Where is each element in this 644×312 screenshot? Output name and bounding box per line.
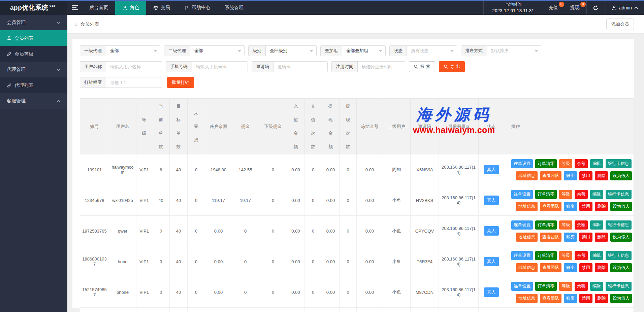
filter-select-value[interactable]: 全部叠加组	[342, 46, 385, 56]
action-green-button[interactable]: 订单清零	[535, 220, 557, 230]
action-teal-button[interactable]: 编辑	[590, 220, 603, 230]
filter-select-value[interactable]: 全部级别	[266, 46, 316, 56]
action-red-button[interactable]: 删除	[595, 233, 608, 242]
action-red-button[interactable]: 余额	[575, 159, 588, 168]
action-blue-button[interactable]: 账变	[564, 171, 577, 180]
action-orange-button[interactable]: 查看团队	[540, 171, 561, 180]
refresh-button[interactable]	[587, 1, 605, 15]
action-orange-button[interactable]: 查看团队	[540, 263, 561, 272]
action-teal-button[interactable]: 银行卡信息	[606, 282, 632, 291]
action-orange-button[interactable]: 地址信息	[516, 202, 538, 211]
filter-input[interactable]	[106, 62, 162, 72]
action-blue-button[interactable]: 连单设置	[511, 282, 533, 291]
action-orange-button[interactable]: 等级	[559, 220, 572, 230]
action-red-button[interactable]: 删除	[595, 202, 608, 211]
nav-item-2[interactable]: 角色	[115, 1, 146, 15]
sidebar-group-label: 客服管理	[7, 98, 26, 104]
nav-item-1[interactable]: 后台首页	[82, 1, 115, 15]
status-badge[interactable]: 真人	[484, 196, 499, 205]
action-red-button[interactable]: 删除	[595, 263, 608, 272]
column-header-withdraw_amount: 提现金额	[322, 99, 340, 154]
batch-inject-button[interactable]: 批量打针	[167, 77, 194, 88]
action-teal-button[interactable]: 银行卡信息	[606, 220, 632, 230]
sidebar-item-3[interactable]: 会员等级	[0, 46, 67, 62]
withdraw-button[interactable]: 提现 0	[565, 1, 586, 15]
action-orange-button[interactable]: 等级	[559, 282, 572, 291]
action-blue-button[interactable]: 连单设置	[511, 251, 533, 260]
action-blue-button[interactable]: 连单设置	[511, 220, 533, 230]
sidebar-item-label: 会员列表	[14, 35, 33, 41]
action-red-button[interactable]: 禁用	[579, 202, 592, 211]
action-blue-button[interactable]: 账变	[564, 233, 577, 242]
recharge-button[interactable]: 充值 0	[543, 1, 565, 15]
filter-select-value[interactable]: 全部	[106, 46, 160, 56]
user-menu[interactable]: admin	[605, 1, 644, 15]
action-orange-button[interactable]: 查看团队	[540, 294, 561, 303]
action-green-button[interactable]: 设为假人	[610, 294, 632, 303]
action-green-button[interactable]: 设为假人	[610, 233, 632, 242]
action-green-button[interactable]: 设为假人	[610, 202, 632, 211]
action-red-button[interactable]: 删除	[595, 294, 608, 303]
action-red-button[interactable]: 余额	[575, 282, 588, 291]
action-green-button[interactable]: 设为假人	[610, 171, 632, 180]
add-member-button[interactable]: 添加会员	[606, 19, 634, 30]
action-teal-button[interactable]: 银行卡信息	[606, 159, 632, 168]
action-teal-button[interactable]: 编辑	[590, 190, 603, 199]
filter-input[interactable]	[358, 62, 405, 72]
filter-input[interactable]	[273, 62, 327, 72]
action-green-button[interactable]: 订单清零	[535, 159, 557, 168]
filter-select-value[interactable]: 默认排序	[487, 46, 541, 56]
nav-item-3[interactable]: 交易	[146, 1, 177, 15]
status-badge[interactable]: 真人	[484, 257, 499, 266]
action-blue-button[interactable]: 连单设置	[511, 159, 533, 168]
action-blue-button[interactable]: 连单设置	[511, 190, 533, 199]
action-orange-button[interactable]: 等级	[559, 251, 572, 260]
action-orange-button[interactable]: 地址信息	[516, 263, 538, 272]
action-orange-button[interactable]: 等级	[559, 190, 572, 199]
export-button[interactable]: 导 出	[439, 61, 465, 72]
sidebar-item-2[interactable]: 会员列表	[0, 30, 67, 46]
action-orange-button[interactable]: 地址信息	[516, 233, 538, 242]
caret-down-icon	[379, 50, 382, 52]
action-green-button[interactable]: 设为假人	[610, 263, 632, 272]
nav-item-5[interactable]: 系统管理	[218, 1, 251, 15]
action-orange-button[interactable]: 等级	[559, 159, 572, 168]
sidebar-group-1[interactable]: 会员管理	[0, 15, 67, 30]
action-orange-button[interactable]: 地址信息	[516, 294, 538, 303]
action-blue-button[interactable]: 账变	[564, 202, 577, 211]
action-green-button[interactable]: 订单清零	[535, 251, 557, 260]
action-green-button[interactable]: 订单清零	[535, 282, 557, 291]
filter-select-value[interactable]: 所有状态	[407, 46, 457, 56]
action-red-button[interactable]: 余额	[575, 190, 588, 199]
action-red-button[interactable]: 禁用	[579, 171, 592, 180]
sidebar-item-5[interactable]: 代理列表	[0, 77, 67, 93]
search-button[interactable]: 搜 索	[409, 61, 435, 72]
action-teal-button[interactable]: 编辑	[590, 159, 603, 168]
action-red-button[interactable]: 禁用	[579, 294, 592, 303]
action-blue-button[interactable]: 账变	[564, 263, 577, 272]
action-red-button[interactable]: 禁用	[579, 233, 592, 242]
action-teal-button[interactable]: 银行卡信息	[606, 190, 632, 199]
filter-input[interactable]	[192, 62, 248, 72]
status-badge[interactable]: 真人	[484, 226, 499, 236]
inject-range-input[interactable]	[106, 77, 162, 88]
action-orange-button[interactable]: 查看团队	[540, 202, 561, 211]
action-teal-button[interactable]: 编辑	[590, 251, 603, 260]
action-red-button[interactable]: 余额	[575, 220, 588, 230]
sidebar-group-6[interactable]: 客服管理	[0, 93, 67, 109]
action-red-button[interactable]: 删除	[595, 171, 608, 180]
nav-item-4[interactable]: 帮助中心	[177, 1, 218, 15]
sidebar-group-4[interactable]: 代理管理	[0, 62, 67, 77]
status-badge[interactable]: 真人	[484, 287, 499, 297]
action-red-button[interactable]: 禁用	[579, 263, 592, 272]
sidebar-toggle-button[interactable]	[67, 1, 82, 15]
action-teal-button[interactable]: 银行卡信息	[606, 251, 632, 260]
action-orange-button[interactable]: 地址信息	[516, 171, 538, 180]
action-orange-button[interactable]: 查看团队	[540, 233, 561, 242]
filter-select-value[interactable]: 全部	[190, 46, 244, 56]
status-badge[interactable]: 真人	[484, 165, 499, 174]
action-blue-button[interactable]: 账变	[564, 294, 577, 303]
action-green-button[interactable]: 订单清零	[535, 190, 557, 199]
action-red-button[interactable]: 余额	[575, 251, 588, 260]
action-teal-button[interactable]: 编辑	[590, 282, 603, 291]
